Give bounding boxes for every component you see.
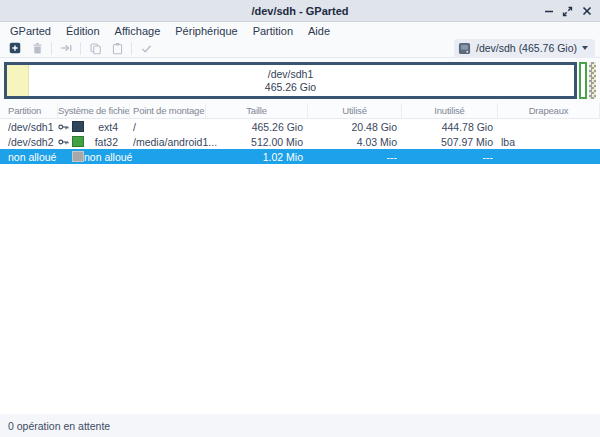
mount-point: /media/android1... — [130, 134, 206, 149]
partition-name: /dev/sdh1 — [8, 121, 54, 133]
minimize-icon[interactable] — [539, 2, 558, 20]
device-selector[interactable]: /dev/sdh (465.76 Gio) — [454, 39, 595, 58]
column-header-mountpoint[interactable]: Point de montage — [130, 103, 206, 118]
delete-partition-button[interactable] — [26, 39, 48, 57]
table-row[interactable]: /dev/sdh2 fat32 /media/android1... 512.0… — [0, 134, 600, 149]
column-header-flags[interactable]: Drapeaux — [498, 103, 600, 118]
partition-unused: 507.97 Mio — [402, 134, 498, 149]
drive-icon — [458, 42, 471, 55]
partition-used: 4.03 Mio — [308, 134, 402, 149]
menu-gparted[interactable]: GParted — [8, 24, 53, 38]
filesystem-color-swatch — [72, 136, 84, 147]
partition-name: non alloué — [8, 151, 56, 163]
filesystem-name: ext4 — [84, 121, 130, 133]
disk-segment-unallocated-selected[interactable] — [589, 62, 596, 99]
table-row[interactable]: /dev/sdh1 ext4 / 465.26 Gio 20.48 Gio 44… — [0, 119, 600, 134]
restore-icon[interactable] — [558, 2, 577, 20]
partition-used: 20.48 Gio — [308, 119, 402, 134]
column-header-partition[interactable]: Partition — [0, 103, 58, 118]
device-selector-label: /dev/sdh (465.76 Gio) — [476, 42, 577, 54]
menu-edition[interactable]: Édition — [64, 24, 102, 38]
menu-affichage[interactable]: Affichage — [113, 24, 163, 38]
mount-point — [130, 149, 206, 164]
partition-unused: --- — [402, 149, 498, 164]
resize-move-button[interactable] — [55, 39, 77, 57]
window-controls — [539, 0, 596, 22]
table-row-selected[interactable]: non alloué non alloué 1.02 Mio --- --- — [0, 149, 600, 164]
partition-table: Partition Système de fichiers Point de m… — [0, 103, 600, 164]
toolbar-separator — [131, 42, 132, 55]
toolbar-separator — [51, 42, 52, 55]
toolbar-separator — [80, 42, 81, 55]
paste-button[interactable] — [106, 39, 128, 57]
partition-flags — [498, 119, 600, 134]
menubar: GParted Édition Affichage Périphérique P… — [0, 22, 600, 39]
segment-partition-size: 465.26 Gio — [265, 81, 316, 94]
disk-segment-sdh2[interactable] — [579, 62, 587, 99]
filesystem-name: fat32 — [84, 136, 130, 148]
partition-name: /dev/sdh2 — [8, 136, 54, 148]
toolbar: /dev/sdh (465.76 Gio) — [0, 39, 600, 58]
column-header-used[interactable]: Utilisé — [308, 103, 402, 118]
partition-flags: lba — [498, 134, 600, 149]
used-space-indicator — [7, 65, 29, 96]
disk-segment-sdh1[interactable]: /dev/sdh1 465.26 Gio — [4, 62, 577, 99]
menu-partition[interactable]: Partition — [251, 24, 295, 38]
menu-aide[interactable]: Aide — [306, 24, 332, 38]
titlebar: /dev/sdh - GParted — [0, 0, 600, 22]
chevron-down-icon — [582, 46, 588, 50]
statusbar: 0 opération en attente — [0, 414, 600, 437]
gparted-window: /dev/sdh - GParted GParted Édition Affic… — [0, 0, 600, 437]
mount-point: / — [130, 119, 206, 134]
partition-size: 1.02 Mio — [206, 149, 308, 164]
column-header-filesystem[interactable]: Système de fichiers — [58, 103, 130, 118]
partition-flags — [498, 149, 600, 164]
partition-size: 512.00 Mio — [206, 134, 308, 149]
column-header-unused[interactable]: Inutilisé — [402, 103, 498, 118]
window-title: /dev/sdh - GParted — [251, 5, 348, 17]
filesystem-color-swatch — [72, 151, 84, 162]
apply-button[interactable] — [135, 39, 157, 57]
partition-size: 465.26 Gio — [206, 119, 308, 134]
partition-unused: 444.78 Gio — [402, 119, 498, 134]
menu-peripherique[interactable]: Périphérique — [173, 24, 239, 38]
new-partition-button[interactable] — [4, 39, 26, 57]
segment-partition-name: /dev/sdh1 — [268, 68, 314, 81]
close-icon[interactable] — [577, 2, 596, 20]
pending-operations-text: 0 opération en attente — [8, 420, 110, 432]
filesystem-color-swatch — [72, 121, 84, 132]
disk-visual-area: /dev/sdh1 465.26 Gio — [0, 58, 600, 103]
empty-area — [0, 164, 600, 414]
copy-button[interactable] — [84, 39, 106, 57]
column-header-size[interactable]: Taille — [206, 103, 308, 118]
table-header: Partition Système de fichiers Point de m… — [0, 103, 600, 119]
partition-used: --- — [308, 149, 402, 164]
